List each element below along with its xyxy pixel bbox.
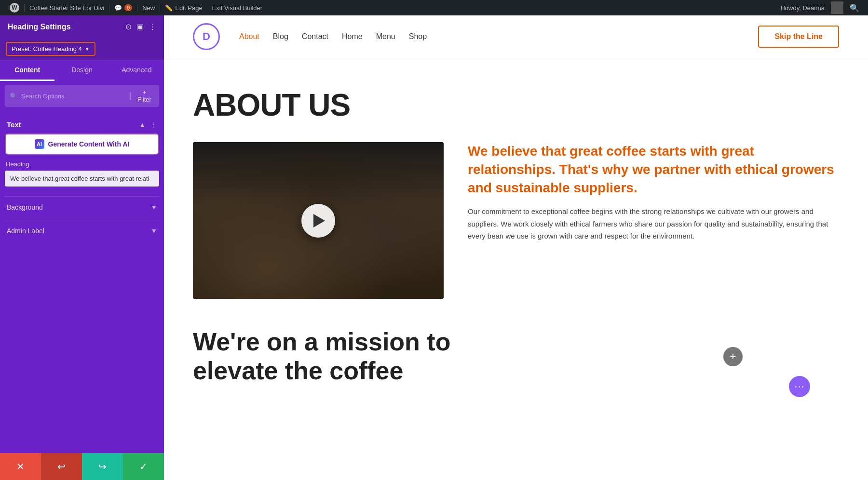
sidebar-bottom-bar: ✕ ↩ ↪ ✓ <box>0 453 164 480</box>
search-input[interactable] <box>21 93 126 100</box>
nav-menu[interactable]: Menu <box>376 32 395 41</box>
sidebar-panel: Heading Settings ⊙ ▣ ⋮ Preset: Coffee He… <box>0 15 164 480</box>
play-icon <box>313 214 325 227</box>
search-icon-sidebar: 🔍 <box>10 93 17 100</box>
filter-button[interactable]: + Filter <box>135 88 154 104</box>
page-title: ABOUT US <box>193 87 839 123</box>
wp-logo-btn[interactable]: W <box>5 0 24 15</box>
text-section-header[interactable]: Text ▲ ⋮ <box>5 116 159 133</box>
admin-label-header[interactable]: Admin Label ▼ <box>5 220 159 241</box>
edit-page-btn[interactable]: ✏️ Edit Page <box>160 0 207 15</box>
tab-content[interactable]: Content <box>0 60 54 81</box>
search-bar: 🔍 + Filter <box>5 85 159 107</box>
focus-icon[interactable]: ⊙ <box>125 22 132 31</box>
background-section: Background ▼ <box>5 196 159 218</box>
sidebar-header: Heading Settings ⊙ ▣ ⋮ <box>0 15 164 38</box>
background-label: Background <box>7 203 43 211</box>
orange-heading: We believe that great coffee starts with… <box>468 142 839 197</box>
site-nav: About Blog Contact Home Menu Shop <box>239 32 427 41</box>
undo-button[interactable]: ↩ <box>41 453 82 480</box>
heading-field-label: Heading <box>5 160 159 168</box>
site-logo[interactable]: D <box>193 23 220 50</box>
site-name-label: Coffee Starter Site For Divi <box>29 4 104 12</box>
more-options-button[interactable]: ··· <box>789 376 810 397</box>
text-section-collapse-icon[interactable]: ▲ <box>139 121 146 129</box>
text-column: We believe that great coffee starts with… <box>468 142 839 242</box>
video-container[interactable] <box>193 142 444 299</box>
ai-icon: AI <box>35 139 44 149</box>
add-section-button[interactable]: + <box>723 347 743 366</box>
ai-generate-label: Generate Content With AI <box>48 140 130 148</box>
nav-home[interactable]: Home <box>342 32 363 41</box>
new-label: New <box>142 4 155 12</box>
new-btn[interactable]: New <box>137 0 160 15</box>
more-icon[interactable]: ⋮ <box>149 22 156 31</box>
save-button[interactable]: ✓ <box>123 453 164 480</box>
exit-builder-label: Exit Visual Builder <box>212 4 263 12</box>
skip-the-line-button[interactable]: Skip the Line <box>758 26 839 48</box>
filter-separator <box>130 92 131 100</box>
nav-contact[interactable]: Contact <box>302 32 328 41</box>
main-layout: Heading Settings ⊙ ▣ ⋮ Preset: Coffee He… <box>0 15 868 480</box>
text-section-more-icon[interactable]: ⋮ <box>150 121 157 129</box>
layout-icon[interactable]: ▣ <box>136 22 144 31</box>
sidebar-header-icons: ⊙ ▣ ⋮ <box>125 22 156 31</box>
comments-count: 0 <box>124 4 132 11</box>
mission-title: We're on a mission to elevate the coffee <box>193 328 482 386</box>
site-content: D About Blog Contact Home Menu Shop Skip… <box>164 15 868 480</box>
preset-label: Preset: Coffee Heading 4 <box>12 45 82 53</box>
sidebar-tabs: Content Design Advanced <box>0 60 164 81</box>
nav-shop[interactable]: Shop <box>409 32 427 41</box>
edit-page-label: Edit Page <box>175 4 202 12</box>
tab-advanced[interactable]: Advanced <box>109 60 164 81</box>
background-header[interactable]: Background ▼ <box>5 197 159 218</box>
site-header: D About Blog Contact Home Menu Shop Skip… <box>164 15 868 58</box>
body-paragraph: Our commitment to exceptional coffee beg… <box>468 205 839 242</box>
howdy-label: Howdy, Deanna <box>776 4 828 12</box>
preset-dropdown[interactable]: Preset: Coffee Heading 4 ▼ <box>6 42 95 56</box>
admin-label-text: Admin Label <box>7 227 44 235</box>
nav-about[interactable]: About <box>239 32 259 41</box>
sidebar-title: Heading Settings <box>8 23 71 31</box>
preset-arrow-icon: ▼ <box>85 46 90 52</box>
search-icon[interactable]: 🔍 <box>846 3 863 13</box>
avatar[interactable] <box>831 1 843 14</box>
exit-builder-btn[interactable]: Exit Visual Builder <box>207 0 268 15</box>
wp-admin-bar: W Coffee Starter Site For Divi 💬 0 New ✏… <box>0 0 868 15</box>
play-button[interactable] <box>301 204 335 238</box>
heading-input[interactable] <box>5 171 159 187</box>
admin-label-arrow-icon[interactable]: ▼ <box>150 227 157 235</box>
cancel-button[interactable]: ✕ <box>0 453 41 480</box>
site-main: ABOUT US We believe that great <box>164 58 868 405</box>
nav-blog[interactable]: Blog <box>273 32 288 41</box>
sidebar-content: Text ▲ ⋮ AI Generate Content With AI Hea… <box>0 111 164 468</box>
preset-bar: Preset: Coffee Heading 4 ▼ <box>0 38 164 60</box>
background-arrow-icon[interactable]: ▼ <box>150 203 157 211</box>
comments-btn[interactable]: 💬 0 <box>109 0 137 15</box>
two-column-section: We believe that great coffee starts with… <box>193 142 839 299</box>
admin-bar-right: Howdy, Deanna 🔍 <box>776 1 863 14</box>
tab-design[interactable]: Design <box>54 60 109 81</box>
ai-generate-button[interactable]: AI Generate Content With AI <box>5 133 159 155</box>
text-section-title: Text <box>7 120 21 129</box>
wp-logo-icon: W <box>10 3 19 13</box>
admin-label-section: Admin Label ▼ <box>5 220 159 241</box>
mission-section: We're on a mission to elevate the coffee… <box>193 328 839 386</box>
site-name-btn[interactable]: Coffee Starter Site For Divi <box>25 0 109 15</box>
redo-button[interactable]: ↪ <box>82 453 123 480</box>
